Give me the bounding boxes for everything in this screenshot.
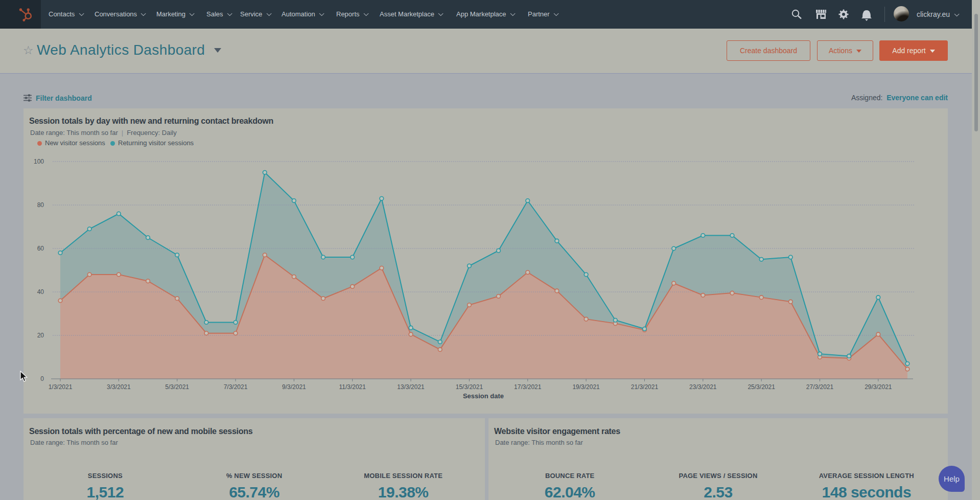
svg-text:23/3/2021: 23/3/2021 <box>689 383 717 391</box>
svg-text:0: 0 <box>40 375 44 382</box>
svg-text:5/3/2021: 5/3/2021 <box>165 383 189 391</box>
svg-text:9/3/2021: 9/3/2021 <box>282 383 306 391</box>
svg-text:29/3/2021: 29/3/2021 <box>865 383 892 391</box>
svg-text:20: 20 <box>37 332 44 339</box>
svg-text:17/3/2021: 17/3/2021 <box>514 383 542 391</box>
svg-text:15/3/2021: 15/3/2021 <box>456 383 483 391</box>
svg-text:1/3/2021: 1/3/2021 <box>49 383 73 391</box>
svg-text:7/3/2021: 7/3/2021 <box>224 383 248 391</box>
svg-text:3/3/2021: 3/3/2021 <box>107 383 131 391</box>
svg-text:25/3/2021: 25/3/2021 <box>748 383 775 391</box>
svg-text:27/3/2021: 27/3/2021 <box>806 383 834 391</box>
svg-text:40: 40 <box>37 288 44 296</box>
svg-text:21/3/2021: 21/3/2021 <box>631 383 659 391</box>
svg-text:Session date: Session date <box>463 392 504 400</box>
svg-text:13/3/2021: 13/3/2021 <box>397 383 425 391</box>
svg-text:100: 100 <box>34 158 44 165</box>
svg-text:11/3/2021: 11/3/2021 <box>339 383 366 391</box>
svg-text:60: 60 <box>37 245 44 252</box>
svg-text:19/3/2021: 19/3/2021 <box>572 383 600 391</box>
svg-text:80: 80 <box>37 201 44 209</box>
